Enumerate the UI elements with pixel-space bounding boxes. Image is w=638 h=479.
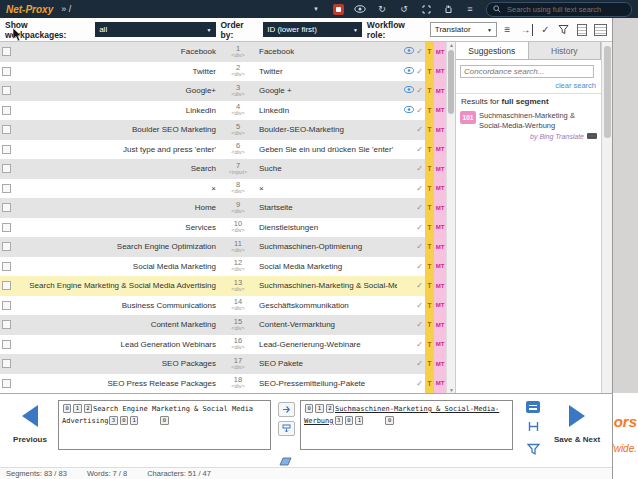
- target-text[interactable]: Suche: [255, 164, 397, 173]
- previous-button[interactable]: Previous: [5, 401, 55, 444]
- insert-suggestion-icon[interactable]: [278, 421, 295, 436]
- row-checkbox[interactable]: [2, 67, 11, 76]
- segment-row[interactable]: Google+3<div>Google +✓TMT: [0, 81, 446, 101]
- browser-scrollbar-thumb[interactable]: [604, 46, 611, 138]
- segment-row[interactable]: ×8<div>×✓TMT: [0, 179, 446, 199]
- row-checkbox[interactable]: [2, 203, 11, 212]
- target-text[interactable]: Geben Sie ein und drücken Sie 'enter': [255, 145, 397, 154]
- insert-tag-icon[interactable]: [526, 401, 540, 413]
- segment-status-icons: ✓: [397, 301, 425, 310]
- segment-row[interactable]: SEO Press Release Packages18<div>SEO-Pre…: [0, 374, 446, 394]
- filter-icon[interactable]: [527, 441, 540, 459]
- browser-scrollbar[interactable]: [601, 42, 612, 393]
- target-text[interactable]: ×: [255, 184, 397, 193]
- segment-row[interactable]: Lead Generation Webinars16<div>Lead-Gene…: [0, 335, 446, 355]
- row-checkbox[interactable]: [2, 340, 11, 349]
- row-checkbox[interactable]: [2, 320, 11, 329]
- row-checkbox[interactable]: [2, 262, 11, 271]
- preview-eye-icon[interactable]: [404, 67, 414, 76]
- segment-row[interactable]: Boulder SEO Marketing5<div>Boulder-SEO-M…: [0, 120, 446, 140]
- target-text[interactable]: Google +: [255, 86, 397, 95]
- join-split-segments-icon[interactable]: [527, 418, 540, 436]
- global-search[interactable]: [486, 2, 632, 17]
- target-text[interactable]: LinkedIn: [255, 106, 397, 115]
- segment-row[interactable]: Twitter2<div>Twitter✓TMT: [0, 62, 446, 82]
- target-text[interactable]: Social Media Marketing: [255, 262, 397, 271]
- concordance-search-input[interactable]: [460, 65, 594, 78]
- copy-source-to-target-icon[interactable]: [278, 402, 295, 417]
- target-text[interactable]: Facebook: [255, 47, 397, 56]
- segment-row[interactable]: LinkedIn4<div>LinkedIn✓TMT: [0, 101, 446, 121]
- fullscreen-icon[interactable]: [420, 3, 432, 15]
- menu-icon[interactable]: ≡: [464, 3, 476, 15]
- target-text[interactable]: Lead-Generierung-Webinare: [255, 340, 397, 349]
- tab-suggestions[interactable]: Suggestions: [456, 42, 529, 59]
- segment-row[interactable]: Search Engine Optimization11<div>Suchmas…: [0, 237, 446, 257]
- page-view-icon[interactable]: [576, 24, 587, 36]
- target-editor[interactable]: 012Suchmaschinen-Marketing & Social-Medi…: [300, 400, 513, 450]
- chevron-down-icon[interactable]: ▼: [310, 3, 322, 15]
- target-text[interactable]: SEO Pakete: [255, 359, 397, 368]
- row-checkbox[interactable]: [2, 379, 11, 388]
- segment-row[interactable]: Search7<input>Suche✓TMT: [0, 159, 446, 179]
- history-icon[interactable]: ↺: [398, 3, 410, 15]
- workflow-role-select[interactable]: Translator▼: [430, 22, 497, 37]
- refresh-icon[interactable]: ↻: [376, 3, 388, 15]
- row-checkbox[interactable]: [2, 223, 11, 232]
- segment-row[interactable]: Business Communications14<div>Geschäftsk…: [0, 296, 446, 316]
- segment-row[interactable]: Services10<div>Dienstleistungen✓TMT: [0, 218, 446, 238]
- segment-row[interactable]: Content Marketing15<div>Content-Vermarkt…: [0, 315, 446, 335]
- row-checkbox[interactable]: [2, 106, 11, 115]
- segment-row[interactable]: Home9<div>Startseite✓TMT: [0, 198, 446, 218]
- columns-view-icon[interactable]: [594, 24, 607, 36]
- segment-html-tag: <input>: [221, 170, 255, 176]
- target-text[interactable]: SEO-Pressemitteilung-Pakete: [255, 379, 397, 388]
- target-text[interactable]: Suchmaschinen-Marketing & Social-Media-W…: [255, 281, 397, 290]
- segment-row[interactable]: SEO Packages17<div>SEO Pakete✓TMT: [0, 354, 446, 374]
- row-checkbox[interactable]: [2, 86, 11, 95]
- target-text[interactable]: Suchmaschinen-Optimierung: [255, 242, 397, 251]
- preview-eye-icon[interactable]: [404, 47, 414, 56]
- target-text[interactable]: Geschäftskommunikation: [255, 301, 397, 310]
- filter-funnel-icon[interactable]: [558, 24, 569, 36]
- row-checkbox[interactable]: [2, 359, 11, 368]
- target-text[interactable]: Twitter: [255, 67, 397, 76]
- confirmed-check-icon: ✓: [416, 106, 423, 115]
- workpackages-select[interactable]: all▼: [95, 22, 215, 37]
- machine-translation-cell: MT: [434, 159, 446, 179]
- confirm-all-icon[interactable]: ✓: [540, 24, 551, 36]
- target-text[interactable]: Boulder-SEO-Marketing: [255, 125, 397, 134]
- row-checkbox[interactable]: [2, 145, 11, 154]
- alert-flag-icon[interactable]: [332, 3, 344, 15]
- clear-search-link[interactable]: clear search: [456, 81, 601, 93]
- row-checkbox[interactable]: [2, 184, 11, 193]
- segment-row[interactable]: Search Engine Marketing & Social Media A…: [0, 276, 446, 296]
- tab-history[interactable]: History: [529, 42, 602, 59]
- preview-eye-icon[interactable]: [404, 86, 414, 95]
- save-next-button[interactable]: Save & Next: [552, 401, 602, 444]
- segment-row[interactable]: Facebook1<div>Facebook✓TMT: [0, 42, 446, 62]
- row-checkbox[interactable]: [2, 47, 11, 56]
- order-by-select[interactable]: ID (lower first)▼: [263, 22, 362, 37]
- eye-preview-icon[interactable]: [354, 3, 366, 15]
- target-text[interactable]: Startseite: [255, 203, 397, 212]
- row-checkbox[interactable]: [2, 242, 11, 251]
- table-scrollbar[interactable]: ▲ ▼: [446, 42, 455, 393]
- row-checkbox[interactable]: [2, 125, 11, 134]
- target-text[interactable]: Content-Vermarktung: [255, 320, 397, 329]
- suggestion-result[interactable]: 101 Suchmaschinen-Marketing & Social-Med…: [456, 108, 601, 143]
- segment-row[interactable]: Social Media Marketing12<div>Social Medi…: [0, 257, 446, 277]
- row-checkbox[interactable]: [2, 281, 11, 290]
- target-text[interactable]: Dienstleistungen: [255, 223, 397, 232]
- segment-html-tag: <div>: [221, 306, 255, 312]
- row-checkbox[interactable]: [2, 164, 11, 173]
- segment-row[interactable]: Just type and press 'enter'6<div>Geben S…: [0, 140, 446, 160]
- segment-id-cell: 11<div>: [221, 240, 255, 254]
- row-checkbox[interactable]: [2, 301, 11, 310]
- goto-segment-icon[interactable]: →: [520, 24, 533, 36]
- preview-eye-icon[interactable]: [404, 106, 414, 115]
- global-search-input[interactable]: [505, 4, 625, 15]
- table-scrollbar-thumb[interactable]: [448, 50, 454, 114]
- hand-vote-icon[interactable]: [442, 3, 454, 15]
- sort-list-icon[interactable]: ≡: [502, 24, 513, 36]
